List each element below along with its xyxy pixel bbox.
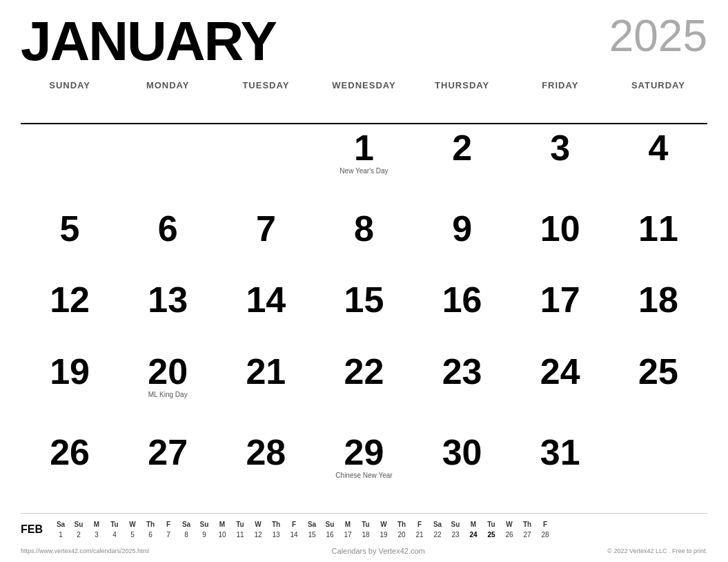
day-event: ML King Day xyxy=(148,391,188,399)
day-number: 2 xyxy=(452,130,472,166)
day-number: 11 xyxy=(638,211,678,246)
day-number: 23 xyxy=(442,353,482,389)
mini-day: 11 xyxy=(231,530,249,540)
day-number: 16 xyxy=(442,282,482,318)
mini-day: 2 xyxy=(70,530,88,540)
day-cell: 28 xyxy=(217,429,315,510)
mini-day: 13 xyxy=(267,530,285,540)
year-title: 2025 xyxy=(609,14,707,58)
day-header-sunday: SUNDAY xyxy=(21,76,119,124)
day-cell: 19 xyxy=(21,348,119,429)
calendar-grid: SUNDAYMONDAYTUESDAYWEDNESDAYTHURSDAYFRID… xyxy=(21,76,707,510)
day-cell: 11 xyxy=(609,205,707,276)
day-event: Chinese New Year xyxy=(335,472,392,480)
mini-day: 1 xyxy=(52,530,70,540)
day-number: 7 xyxy=(256,211,276,246)
footer-left: https://www.vertex42.com/calendars/2025.… xyxy=(21,548,149,554)
day-cell xyxy=(217,124,315,205)
mini-day: 12 xyxy=(249,530,267,540)
day-cell: 23 xyxy=(413,348,511,429)
day-header-wednesday: WEDNESDAY xyxy=(315,76,413,124)
day-cell xyxy=(21,124,119,205)
mini-header: W xyxy=(375,519,393,530)
day-cell: 22 xyxy=(315,348,413,429)
mini-header: Su xyxy=(195,519,213,530)
mini-header: Sa xyxy=(303,519,321,530)
mini-day: 25 xyxy=(482,530,500,540)
footer-center: Calendars by Vertex42.com xyxy=(332,547,425,555)
day-number: 6 xyxy=(158,211,178,246)
mini-day: 8 xyxy=(177,530,195,540)
day-cell: 4 xyxy=(609,124,707,205)
mini-day: 23 xyxy=(446,530,464,540)
day-number: 10 xyxy=(540,211,580,246)
month-title: JANUARY xyxy=(21,14,276,69)
day-cell: 25 xyxy=(609,348,707,429)
day-cell: 17 xyxy=(511,276,609,347)
day-cell: 20ML King Day xyxy=(119,348,217,429)
day-header-friday: FRIDAY xyxy=(511,76,609,124)
day-cell: 6 xyxy=(119,205,217,276)
day-cell: 24 xyxy=(511,348,609,429)
day-number: 24 xyxy=(540,353,580,389)
day-number: 31 xyxy=(540,434,580,470)
day-number: 17 xyxy=(540,282,580,318)
mini-header: Sa xyxy=(52,519,70,530)
day-number: 22 xyxy=(344,353,384,389)
day-cell: 26 xyxy=(21,429,119,510)
footer-right: © 2022 Vertex42 LLC . Free to print. xyxy=(607,548,707,554)
day-cell: 13 xyxy=(119,276,217,347)
mini-day: 14 xyxy=(285,530,303,540)
day-number: 9 xyxy=(452,211,472,246)
day-header-monday: MONDAY xyxy=(119,76,217,124)
mini-day: 4 xyxy=(106,530,124,540)
mini-day: 3 xyxy=(88,530,106,540)
mini-header: Tu xyxy=(231,519,249,530)
day-number: 19 xyxy=(50,353,90,389)
day-number: 21 xyxy=(246,353,286,389)
mini-header: W xyxy=(500,519,518,530)
mini-header: Tu xyxy=(357,519,375,530)
day-header-thursday: THURSDAY xyxy=(413,76,511,124)
mini-day: 6 xyxy=(141,530,159,540)
day-cell: 7 xyxy=(217,205,315,276)
mini-day: 7 xyxy=(159,530,177,540)
mini-day: 9 xyxy=(195,530,213,540)
calendar-container: JANUARY 2025 SUNDAYMONDAYTUESDAYWEDNESDA… xyxy=(0,0,728,562)
day-cell: 31 xyxy=(511,429,609,510)
mini-header: F xyxy=(411,519,429,530)
mini-day: 28 xyxy=(536,530,554,540)
day-number: 26 xyxy=(50,434,90,470)
day-event: New Year's Day xyxy=(340,167,388,175)
day-cell xyxy=(609,429,707,510)
mini-header: Su xyxy=(321,519,339,530)
day-cell: 8 xyxy=(315,205,413,276)
mini-day: 5 xyxy=(124,530,141,540)
mini-header: F xyxy=(159,519,177,530)
header-row: JANUARY 2025 xyxy=(21,14,707,69)
mini-day: 20 xyxy=(393,530,411,540)
day-cell: 10 xyxy=(511,205,609,276)
day-number: 8 xyxy=(354,211,374,246)
mini-header: M xyxy=(213,519,231,530)
mini-header: F xyxy=(285,519,303,530)
day-number: 3 xyxy=(550,130,570,166)
day-cell: 15 xyxy=(315,276,413,347)
mini-day: 17 xyxy=(339,530,357,540)
mini-header: Su xyxy=(446,519,464,530)
mini-day: 16 xyxy=(321,530,339,540)
mini-header: M xyxy=(339,519,357,530)
mini-header: Sa xyxy=(429,519,446,530)
day-number: 15 xyxy=(344,282,384,318)
mini-header: M xyxy=(464,519,482,530)
mini-header: Th xyxy=(141,519,159,530)
day-cell: 30 xyxy=(413,429,511,510)
day-cell: 29Chinese New Year xyxy=(315,429,413,510)
mini-day: 26 xyxy=(500,530,518,540)
day-number: 27 xyxy=(148,434,188,470)
mini-day: 24 xyxy=(464,530,482,540)
day-header-saturday: SATURDAY xyxy=(609,76,707,124)
day-cell: 2 xyxy=(413,124,511,205)
day-cell: 1New Year's Day xyxy=(315,124,413,205)
mini-day: 19 xyxy=(375,530,393,540)
